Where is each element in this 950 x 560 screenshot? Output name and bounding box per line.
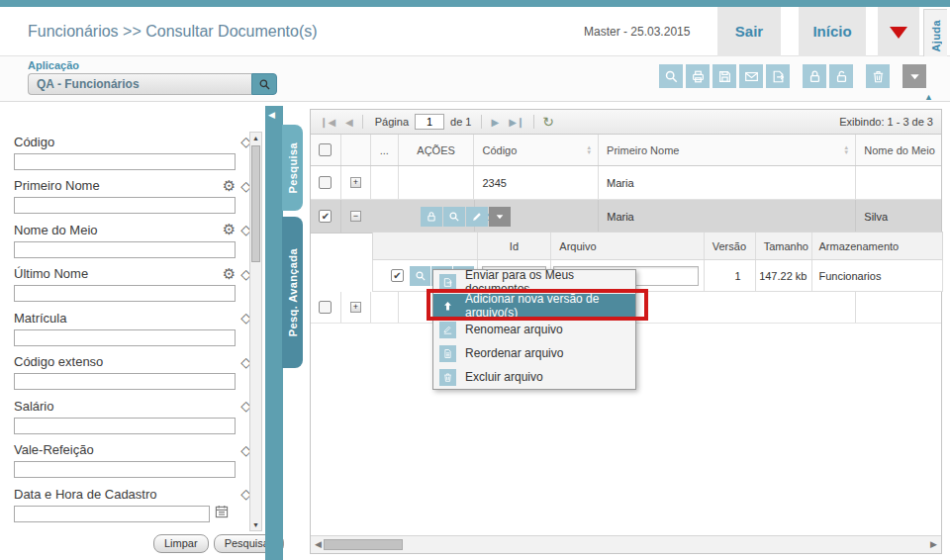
col-header-codigo[interactable]: Código <box>473 135 598 165</box>
tab-pesquisa[interactable]: Pesquisa <box>282 125 303 211</box>
row-checkbox[interactable] <box>319 176 332 189</box>
expand-row-icon[interactable] <box>350 177 361 188</box>
field-label: Salário <box>14 399 240 414</box>
page-of-label: de 1 <box>450 116 471 128</box>
view-icon[interactable] <box>443 207 465 227</box>
field-label: Código extenso <box>14 354 240 369</box>
scrollbar-thumb[interactable] <box>324 539 403 550</box>
horizontal-scrollbar[interactable]: ◀ ▶ <box>311 535 941 553</box>
mail-icon[interactable] <box>739 64 763 88</box>
application-input[interactable] <box>28 73 251 95</box>
cell-codigo: 2345 <box>473 166 598 199</box>
next-page-icon[interactable]: ▶ <box>486 117 504 128</box>
field-label: Vale-Refeição <box>14 442 240 457</box>
menu-item-renomear-arquivo[interactable]: Renomear arquivo <box>433 318 635 341</box>
trash-icon[interactable] <box>866 64 890 88</box>
subtable-header-row: Id Arquivo Versão Tamanho Armazenamento <box>372 232 943 260</box>
file-checkbox[interactable] <box>391 269 404 282</box>
table-row[interactable]: 2345 Maria <box>311 166 941 200</box>
application-picker <box>28 73 277 95</box>
first-page-icon[interactable]: ❙◀ <box>315 117 340 128</box>
pagina-label: Página <box>375 116 409 128</box>
menu-item-label: Excluir arquivo <box>465 370 543 384</box>
search-icon[interactable] <box>659 64 683 88</box>
collapse-panel-icon[interactable]: ◀ <box>268 110 275 120</box>
lock-icon[interactable] <box>803 64 826 88</box>
collapse-toolbar-icon[interactable]: ▲ <box>924 92 933 102</box>
print-icon[interactable] <box>686 64 710 88</box>
subcol-versao: Versão <box>704 233 755 259</box>
row-checkbox[interactable] <box>319 210 332 223</box>
page-input[interactable] <box>415 114 444 130</box>
col-header-dots: ... <box>370 135 398 165</box>
cell-primeiro-nome: Maria <box>598 166 855 199</box>
menu-item-excluir-arquivo[interactable]: Excluir arquivo <box>433 365 635 389</box>
lock-icon[interactable] <box>421 207 442 227</box>
view-file-icon[interactable] <box>410 266 430 286</box>
edit-pencil-icon[interactable] <box>466 207 488 227</box>
menu-item-enviar-meus-documentos[interactable]: Enviar para os Meus documentos <box>433 270 635 294</box>
field-label: Código <box>14 135 240 149</box>
limpar-button[interactable]: Limpar <box>153 534 209 553</box>
sort-icon[interactable] <box>586 145 592 155</box>
table-row-selected[interactable]: 2345 Maria Silva <box>311 200 941 233</box>
grid-header-row: ... AÇÕES Código Primeiro Nome Nome do M… <box>311 135 941 166</box>
vale-refeicao-input[interactable] <box>14 461 236 478</box>
salario-input[interactable] <box>14 418 236 434</box>
more-dropdown-icon[interactable] <box>902 64 926 88</box>
nome-do-meio-input[interactable] <box>14 241 236 258</box>
data-cadastro-input[interactable] <box>14 506 210 522</box>
aplicacao-label: Aplicação <box>28 59 79 71</box>
field-label: Primeiro Nome <box>14 178 223 193</box>
gear-icon[interactable] <box>223 267 236 281</box>
expand-row-icon[interactable] <box>350 302 361 313</box>
sort-icon[interactable] <box>843 145 849 155</box>
panel-divider-strip <box>265 106 283 560</box>
refresh-icon[interactable] <box>538 114 558 130</box>
last-page-icon[interactable]: ▶❙ <box>504 117 529 128</box>
primeiro-nome-input[interactable] <box>14 197 236 214</box>
export-icon[interactable] <box>766 64 790 88</box>
scroll-up-icon[interactable]: ▲ <box>250 135 261 141</box>
upload-new-version-icon <box>439 298 456 315</box>
application-search-button[interactable] <box>251 73 277 95</box>
inicio-button[interactable]: Início <box>799 7 866 56</box>
scrollbar-thumb[interactable] <box>251 145 260 262</box>
row-more-dropdown-icon[interactable] <box>489 207 511 227</box>
menu-item-reordenar-arquivo[interactable]: Reordenar arquivo <box>433 341 635 365</box>
col-header-nome-do-meio[interactable]: Nome do Meio <box>855 135 941 165</box>
matricula-input[interactable] <box>14 329 236 346</box>
scroll-right-icon[interactable]: ▶ <box>930 539 937 549</box>
field-data-cadastro: Data e Hora de Cadastro <box>14 484 251 522</box>
sidebar-scrollbar[interactable]: ▲ ▼ <box>249 132 262 531</box>
sair-button[interactable]: Sair <box>717 7 781 56</box>
gear-icon[interactable] <box>223 179 236 193</box>
tab-pesquisa-avancada[interactable]: Pesq. Avançada <box>282 217 303 368</box>
codigo-extenso-input[interactable] <box>14 373 236 390</box>
save-icon[interactable] <box>712 64 736 88</box>
reorder-file-icon <box>439 345 456 362</box>
select-all-checkbox[interactable] <box>319 143 332 156</box>
gear-icon[interactable] <box>223 223 236 236</box>
ultimo-nome-input[interactable] <box>14 285 236 302</box>
pagination-bar: ❙◀ ◀ Página de 1 ▶ ▶❙ Exibindo: 1 - 3 de… <box>311 110 941 135</box>
menu-dropdown-button[interactable] <box>878 7 919 56</box>
cell-primeiro-nome: Maria <box>598 292 855 323</box>
codigo-input[interactable] <box>14 153 236 170</box>
delete-file-icon <box>439 369 456 386</box>
calendar-icon[interactable] <box>214 504 231 519</box>
field-codigo: Código <box>14 132 251 170</box>
col-header-nome-do-meio-label: Nome do Meio <box>864 144 935 156</box>
send-to-my-documents-icon <box>439 274 456 291</box>
search-icon <box>258 78 271 91</box>
scroll-down-icon[interactable]: ▼ <box>250 521 261 528</box>
prev-page-icon[interactable]: ◀ <box>340 117 358 128</box>
scroll-left-icon[interactable]: ◀ <box>315 539 322 549</box>
unlock-icon[interactable] <box>829 64 853 88</box>
col-header-primeiro-nome[interactable]: Primeiro Nome <box>598 135 855 165</box>
collapse-row-icon[interactable] <box>350 211 361 222</box>
ajuda-tab[interactable]: Ajuda <box>923 9 947 62</box>
menu-item-adicionar-nova-versao[interactable]: Adicionar nova versão de arquivo(s) <box>433 294 635 318</box>
row-checkbox[interactable] <box>319 301 332 314</box>
menu-item-label: Adicionar nova versão de arquivo(s) <box>465 292 635 320</box>
